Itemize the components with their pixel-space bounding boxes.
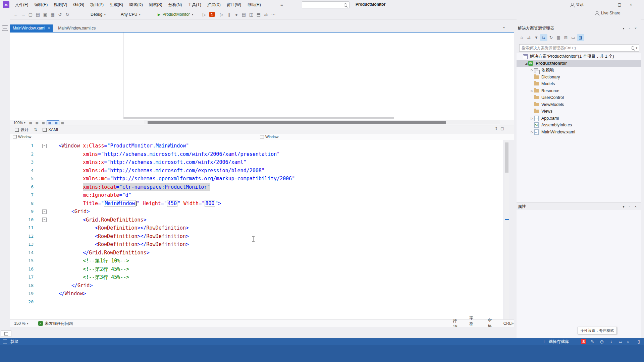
expander-collapsed-icon[interactable]: ▷ bbox=[530, 130, 534, 134]
menu-item[interactable]: 文件(F) bbox=[12, 0, 31, 9]
code-line[interactable]: 14</Grid.RowDefinitions> bbox=[10, 249, 503, 257]
open-file-icon[interactable]: ▤ bbox=[34, 11, 42, 18]
editor-zoom-dropdown[interactable]: 150 % bbox=[14, 321, 25, 326]
attach-icon[interactable]: ▷ bbox=[218, 11, 225, 18]
code-health-icon[interactable]: ✓ bbox=[38, 321, 43, 326]
fold-collapse-icon[interactable]: − bbox=[42, 218, 47, 222]
expander-collapsed-icon[interactable]: ▷ bbox=[530, 117, 534, 120]
code-line[interactable]: 18</Grid> bbox=[10, 282, 503, 290]
navigate-icon[interactable]: ⇄ bbox=[262, 11, 270, 18]
quick-search-box[interactable] bbox=[302, 1, 350, 8]
menu-item[interactable]: Git(G) bbox=[70, 0, 87, 9]
download-icon[interactable]: ↓ bbox=[608, 339, 614, 345]
solution-explorer-header[interactable]: 解决方案资源管理器 ▾▫× bbox=[517, 24, 641, 32]
show-all-files-icon[interactable]: ▦ bbox=[555, 34, 562, 41]
tree-item[interactable]: ▷App.xaml bbox=[517, 115, 641, 122]
collapse-all-icon[interactable]: ⊟ bbox=[562, 34, 570, 41]
tree-item[interactable]: Views bbox=[517, 108, 641, 115]
code-line[interactable]: 19</Window> bbox=[10, 290, 503, 298]
layout-icon[interactable]: ▯ bbox=[635, 339, 642, 345]
options-icon[interactable]: ⋯ bbox=[270, 11, 277, 18]
properties-panel-header[interactable]: 属性 ▾▫× bbox=[517, 202, 641, 210]
maximize-button[interactable]: ▢ bbox=[614, 1, 625, 9]
back-icon[interactable]: ← bbox=[12, 11, 19, 18]
menu-item[interactable]: 分析(N) bbox=[165, 0, 185, 9]
tree-item[interactable]: ▷MainWindow.xaml bbox=[517, 129, 641, 136]
designer-zoom-value[interactable]: 100% bbox=[13, 121, 23, 125]
auto-hide-tab[interactable] bbox=[1, 330, 11, 337]
zoom-fit-icon[interactable]: ▦ bbox=[53, 120, 59, 125]
new-file-icon[interactable]: ▢ bbox=[27, 11, 34, 18]
expand-pane-icon[interactable]: ▢ bbox=[500, 126, 504, 131]
output-icon[interactable]: ▤ bbox=[240, 11, 248, 18]
design-view-tab[interactable]: 设计 bbox=[12, 126, 31, 133]
document-tab[interactable]: MainWindow.xaml.cs bbox=[55, 24, 98, 32]
code-line[interactable]: 15<!--第1行 10%--> bbox=[10, 257, 503, 265]
close-button[interactable]: × bbox=[625, 1, 637, 9]
chevron-down-icon[interactable]: ▾ bbox=[621, 25, 627, 31]
bell-icon[interactable]: ○ bbox=[625, 339, 631, 345]
artboard-bg-icon[interactable]: ▦ bbox=[47, 120, 53, 125]
document-tab[interactable]: MainWindow.xaml× bbox=[10, 24, 53, 32]
toolbox-tab-icon[interactable] bbox=[2, 25, 8, 31]
menu-item[interactable]: 项目(P) bbox=[87, 0, 107, 9]
live-share-button[interactable]: Live Share bbox=[594, 11, 620, 15]
sign-in-button[interactable]: 登录 bbox=[570, 2, 584, 7]
code-line[interactable]: 8Title="MainWindow" Height="450" Width="… bbox=[10, 199, 503, 208]
close-icon[interactable]: × bbox=[48, 26, 50, 30]
save-all-icon[interactable]: ▦ bbox=[49, 11, 56, 18]
code-line[interactable]: 3xmlns:x="http://schemas.microsoft.com/w… bbox=[10, 158, 503, 167]
repo-picker-button[interactable]: ↑ 选择存储库 bbox=[541, 339, 569, 345]
scrollbar-thumb[interactable] bbox=[148, 121, 446, 124]
breakpoints-icon[interactable]: ● bbox=[233, 11, 240, 18]
tree-item[interactable]: AssemblyInfo.cs bbox=[517, 122, 641, 129]
pause-icon[interactable]: ∥ bbox=[225, 11, 233, 18]
expander-collapsed-icon[interactable]: ▷ bbox=[530, 68, 534, 72]
forward-icon[interactable]: → bbox=[19, 11, 27, 18]
columns-icon[interactable]: ◫ bbox=[248, 11, 255, 18]
pin-icon[interactable]: ▫ bbox=[627, 25, 633, 31]
platform-dropdown[interactable]: Any CPU▾ bbox=[118, 11, 143, 18]
code-line[interactable]: 4xmlns:d="http://schemas.microsoft.com/e… bbox=[10, 167, 503, 175]
document-list-chevron-icon[interactable]: ▾ bbox=[503, 25, 505, 29]
tree-item[interactable]: ▷依赖项 bbox=[517, 67, 641, 74]
effects-icon[interactable]: ▦ bbox=[59, 120, 66, 125]
solution-explorer-search[interactable]: 搜索解决方案资源管理器(Ctrl+;) ▾ bbox=[519, 44, 639, 52]
close-icon[interactable]: × bbox=[633, 25, 639, 31]
split-icon[interactable]: ⬒ bbox=[255, 11, 262, 18]
menu-item[interactable]: 调试(D) bbox=[126, 0, 146, 9]
code-line[interactable]: 5xmlns:mc="http://schemas.openxmlformats… bbox=[10, 175, 503, 183]
swap-panes-icon[interactable]: ⇅ bbox=[34, 127, 37, 132]
grid-icon[interactable]: ▦ bbox=[28, 120, 34, 125]
split-editor-icon[interactable]: ⇕ bbox=[495, 126, 498, 131]
snap-grid-icon[interactable]: ▦ bbox=[40, 120, 47, 125]
configuration-dropdown[interactable]: Debug▾ bbox=[88, 11, 108, 18]
sogou-icon[interactable]: S bbox=[581, 339, 586, 344]
menu-item[interactable]: 生成(B) bbox=[107, 0, 126, 9]
xaml-view-tab[interactable]: XAML bbox=[40, 127, 62, 133]
monitor-icon[interactable]: ▭ bbox=[617, 339, 624, 345]
tree-item[interactable]: 解决方案“ProductMonitor”(1 个项目，共 1 个) bbox=[517, 53, 641, 60]
menu-item[interactable]: 工具(T) bbox=[185, 0, 204, 9]
design-artboard[interactable] bbox=[123, 33, 393, 117]
code-line[interactable]: 13<RowDefinition></RowDefinition> bbox=[10, 240, 503, 249]
menu-item[interactable]: 帮助(H) bbox=[244, 0, 264, 9]
expander-collapsed-icon[interactable]: ▷ bbox=[530, 89, 534, 93]
element-tag-chip[interactable]: Window bbox=[260, 135, 278, 139]
tree-item[interactable]: Models bbox=[517, 80, 641, 87]
pin-icon[interactable]: ▫ bbox=[627, 204, 633, 209]
undo-icon[interactable]: ↺ bbox=[56, 11, 64, 18]
tree-item[interactable]: UserControl bbox=[517, 94, 641, 101]
tree-item[interactable]: Dictionary bbox=[517, 74, 641, 81]
designer-horizontal-scrollbar[interactable] bbox=[144, 120, 500, 124]
editor-vertical-scrollbar[interactable] bbox=[504, 140, 509, 319]
tree-item[interactable]: ▷Resource bbox=[517, 87, 641, 95]
menu-item[interactable]: 测试(S) bbox=[146, 0, 165, 9]
code-line[interactable]: 10−<Grid.RowDefinitions> bbox=[10, 216, 503, 224]
menu-item[interactable]: 窗口(W) bbox=[224, 0, 244, 9]
chevron-down-icon[interactable]: ▾ bbox=[24, 121, 25, 124]
menu-item[interactable]: 视图(V) bbox=[51, 0, 70, 9]
preview-icon[interactable]: ◨ bbox=[577, 34, 584, 41]
hot-reload-icon[interactable]: ↻ bbox=[209, 12, 215, 17]
start-without-debug-icon[interactable]: ▷ bbox=[201, 11, 208, 18]
